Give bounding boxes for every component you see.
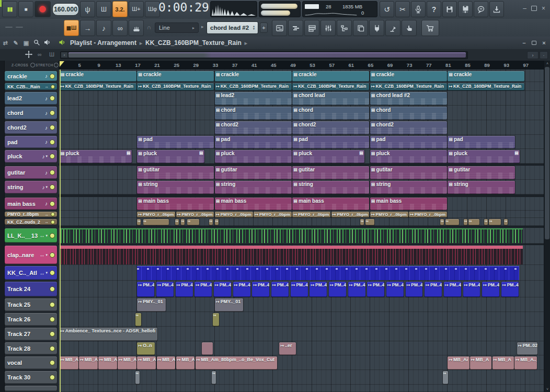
clip-Track 30[interactable]: ↦: [212, 371, 216, 384]
lane-partial[interactable]: [59, 385, 544, 392]
mini-piano-icon[interactable]: Ш: [49, 51, 54, 57]
clip-PM..4[interactable]: ↦PM..4: [501, 282, 519, 297]
mute-led[interactable]: [50, 125, 55, 130]
clip-PM..4[interactable]: ↦PM..4: [444, 282, 461, 297]
clip-Track 26[interactable]: ↦: [135, 313, 141, 326]
chevron-down-icon[interactable]: ▾: [45, 154, 48, 158]
clip-MB_Ai[interactable]: ↦MB_Ai: [157, 356, 176, 370]
clip-lead2[interactable]: ▤lead2: [215, 92, 292, 105]
time-display[interactable]: 0:00:29 M:S:CS: [158, 1, 209, 18]
scroll-left-icon[interactable]: ‹: [61, 52, 67, 57]
mute-led[interactable]: [50, 74, 55, 79]
track-header-PMYO_r..0bpm[interactable]: PMYO_r..0bpm↔: [5, 212, 57, 217]
clip-PM..4[interactable]: ↦PM..4: [233, 282, 250, 297]
track-header-pad[interactable]: pad♪: [5, 136, 57, 148]
shop-button[interactable]: [421, 20, 439, 36]
clip-KK_CZB_160BPM_Texture_Rain[interactable]: ↦KK_CZB_160BPM_Texture_Rain: [448, 83, 524, 90]
track-header-Track 28[interactable]: Track 28: [5, 342, 57, 354]
clip-string[interactable]: ▤string: [292, 181, 369, 194]
mute-led[interactable]: [50, 360, 55, 365]
vscrollbar-thumb[interactable]: [545, 67, 549, 239]
track-header-vocal[interactable]: vocal: [5, 356, 57, 369]
lane-Track 25[interactable]: [59, 298, 544, 312]
move-tool-icon[interactable]: [25, 51, 32, 59]
touch-button[interactable]: [402, 20, 417, 36]
export-button[interactable]: [489, 1, 504, 17]
clip-Ambience_ Textures..nce - ADSR_hellofi[interactable]: ↦Ambience_ Textures..nce - ADSR_hellofi: [60, 328, 157, 341]
magnet-icon[interactable]: ∩: [147, 24, 151, 30]
playlist-close-button[interactable]: ×: [540, 39, 548, 47]
clip-chord2[interactable]: ▤chord2: [215, 121, 292, 134]
mute-led[interactable]: [50, 375, 55, 380]
clip-gutitar[interactable]: ▤gutitar: [370, 166, 447, 179]
clip-KK_CZ..ouds_2[interactable]: ↦: [504, 219, 508, 225]
typing-keyboard-button[interactable]: [129, 20, 144, 36]
clip-PM..4[interactable]: ↦PM..4: [156, 282, 174, 297]
clip-PMYO_r_.0bpm[interactable]: ↦PMYO_r_.0bpm: [370, 212, 408, 217]
arrangement-name[interactable]: KK_CZB_160BPM_Texture_Rain: [145, 39, 242, 47]
pattern-stepper[interactable]: ▴▾: [253, 25, 255, 31]
focus-icon[interactable]: ▣: [21, 40, 31, 47]
clip-KK_CZ..ouds_2[interactable]: ↦: [464, 219, 467, 225]
mute-led[interactable]: [50, 233, 55, 238]
edit-icon[interactable]: ✎: [10, 40, 21, 47]
clip-MB_A[interactable]: ↦MB_A: [470, 356, 491, 370]
clip-main bass[interactable]: ▤main bass: [292, 198, 369, 210]
clip-gutitar[interactable]: ▤gutitar: [137, 166, 214, 179]
clip-PMYO_r_.0bpm[interactable]: ↦PMYO_r_.0bpm: [409, 212, 447, 217]
dense-clips-LL_K..__13[interactable]: [60, 228, 523, 243]
clip-PM..4[interactable]: ↦PM..4: [310, 282, 327, 297]
clip-pluck[interactable]: ▤pluck▤: [137, 150, 204, 163]
mute-led[interactable]: [50, 185, 55, 190]
clip-PM..4[interactable]: ↦PM..4: [482, 282, 499, 297]
pattern-prev-arrow[interactable]: ▸: [201, 24, 204, 29]
zoom-icon[interactable]: [31, 39, 42, 47]
channel-rack-button[interactable]: [304, 20, 319, 36]
playlist-minimize-button[interactable]: –: [520, 39, 528, 47]
clip-chord lead[interactable]: ▤chord lead: [292, 92, 369, 105]
cpu-memory-panel[interactable]: 28 1835 MB 0: [302, 1, 377, 17]
mute-led[interactable]: [51, 212, 55, 216]
clip-gutitar[interactable]: ▤gutitar: [292, 166, 369, 179]
clip-PM..4[interactable]: ↦PM..4: [137, 282, 154, 297]
browser-button[interactable]: [337, 20, 352, 36]
clip-pluck[interactable]: ▤pluck: [370, 150, 447, 163]
clip-PMYO_r_.0bpm[interactable]: ↦PMYO_r_.0bpm: [292, 212, 330, 217]
clip-PMYO_r_.0bpm[interactable]: ↦PMYO_r_.0bpm: [176, 212, 214, 217]
track-header-lead2[interactable]: lead2♪: [5, 92, 57, 105]
track-header-clap..nare[interactable]: clap..nare↔▾: [5, 246, 57, 264]
clip-PM..4[interactable]: ↦PM..4: [252, 282, 269, 297]
scrollbar-thumb[interactable]: [68, 52, 466, 57]
clip-MB_A.._Cut[interactable]: ↦MB_A.._Cut: [514, 356, 537, 370]
clip-pad[interactable]: ▤pad: [137, 136, 214, 148]
clip-MB_Ai[interactable]: ↦MB_Ai: [118, 356, 136, 370]
mute-led[interactable]: [51, 85, 55, 89]
clip-PMYO_r_.0bpm[interactable]: ↦PMYO_r_.0bpm: [215, 212, 253, 217]
mute-led[interactable]: [50, 201, 55, 206]
track-header-KK_C.._Atl[interactable]: KK_C.._Atl↔▾: [5, 266, 57, 280]
track-header-Track 30[interactable]: Track 30: [5, 371, 57, 384]
clip-MB_Ai[interactable]: ↦MB_Ai: [60, 356, 78, 370]
plugins-button[interactable]: [369, 20, 384, 36]
clip-MB_Ai[interactable]: ↦MB_Ai: [448, 356, 469, 370]
clip-pad[interactable]: ▤pad: [370, 136, 447, 148]
record-audio-button[interactable]: [411, 1, 426, 17]
track-header-Track 27[interactable]: Track 27: [5, 328, 57, 340]
clip-Track 26[interactable]: ↦: [213, 313, 219, 326]
track-header-gutitar[interactable]: gutitar♪: [5, 166, 57, 179]
mute-led[interactable]: [50, 317, 55, 322]
oscilloscope[interactable]: [210, 1, 257, 17]
arrangement-speaker-icon[interactable]: [56, 39, 67, 47]
clip-PMYO_r_.0bpm[interactable]: ↦PMYO_r_.0bpm: [331, 212, 370, 217]
clip-pad[interactable]: ▤pad: [292, 136, 369, 148]
playlist-button[interactable]: [272, 20, 287, 36]
dense-clips-clap..nare[interactable]: [60, 246, 523, 264]
mute-led[interactable]: [50, 252, 55, 258]
clip-crackle[interactable]: ▤crackle: [60, 71, 136, 82]
track-header-partial[interactable]: [5, 386, 57, 391]
clip-KK_CZ..ouds_2[interactable]: ↦: [143, 219, 169, 225]
clip-gutitar[interactable]: ▤gutitar: [215, 166, 292, 179]
clip-KK_CZ..ouds_2[interactable]: ↦: [360, 219, 364, 225]
track-header-Track 24[interactable]: Track 24: [5, 282, 57, 296]
clip-MB_A[interactable]: ↦MB_A: [492, 356, 514, 370]
